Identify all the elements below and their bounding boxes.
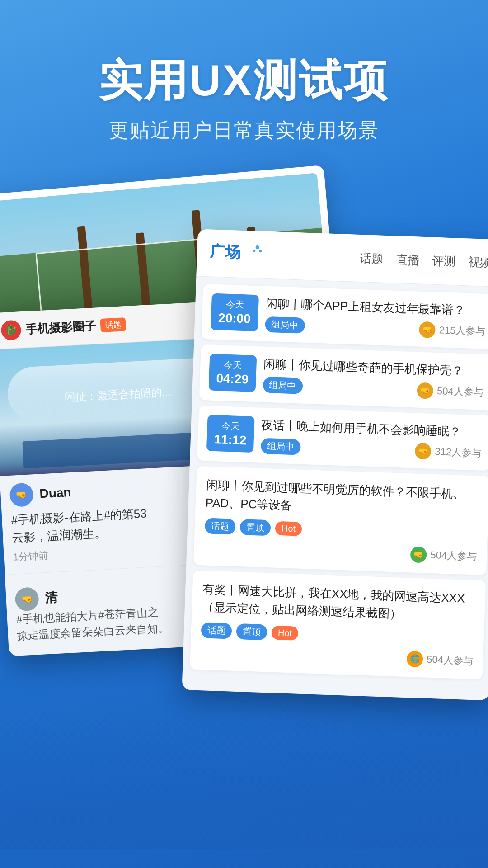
forum-item-content-1: 闲聊丨哪个APP上租女友过年最靠谱？ 组局中 🤜 215人参与 (265, 295, 487, 340)
svg-point-3 (253, 250, 255, 252)
nav-huati[interactable]: 话题 (359, 250, 383, 267)
cards-container: 🐉 手机摄影圈子 话题 闲扯：最适合拍照的... 🤜 Duan #手机摄影-在路… (0, 180, 488, 849)
svg-point-1 (256, 245, 259, 249)
bottom-fade (0, 713, 488, 849)
svg-text:广场: 广场 (209, 243, 240, 261)
participant-icon-plain-1: 🤜 (410, 547, 427, 563)
post1-username: Duan (39, 485, 72, 501)
nav-pingce[interactable]: 评测 (432, 253, 455, 269)
plain-item-title-2: 有奖丨网速大比拼，我在XX地，我的网速高达XXX（显示定位，贴出网络测速结果截图… (202, 581, 475, 626)
forum-item-3[interactable]: 今天 11:12 夜话丨晚上如何用手机不会影响睡眠？ 组局中 🤜 312人参与 (197, 406, 488, 471)
status-badge-2: 组局中 (263, 377, 303, 394)
time-badge-3: 今天 11:12 (206, 415, 254, 453)
tag-zhiding-2[interactable]: 置顶 (236, 623, 267, 640)
participants-2: 🤜 504人参与 (417, 382, 483, 401)
forum-item-title-1: 闲聊丨哪个APP上租女友过年最靠谱？ (265, 295, 486, 319)
plain-item-bottom-1: 🤜 504人参与 (204, 539, 477, 565)
time-clock-1: 20:00 (218, 310, 251, 326)
time-today-3: 今天 (214, 420, 247, 433)
forum-item-title-2: 闲聊丨你见过哪些奇葩的手机保护壳？ (263, 356, 484, 380)
time-badge-1: 今天 20:00 (211, 293, 258, 331)
participants-1: 🤜 215人参与 (419, 321, 486, 340)
channel-name: 手机摄影圈子 (25, 318, 97, 337)
channel-avatar: 🐉 (0, 320, 21, 340)
nav-zhibo[interactable]: 直播 (395, 251, 419, 268)
forum-item-content-3: 夜话丨晚上如何用手机不会影响睡眠？ 组局中 🤜 312人参与 (260, 417, 482, 462)
plain-item-title-1: 闲聊丨你见到过哪些不明觉厉的软件？不限手机、PAD、PC等设备 (205, 476, 479, 521)
main-title: 实用UX测试项 (0, 54, 488, 106)
status-badge-3: 组局中 (260, 438, 300, 455)
forum-plain-item-1[interactable]: 闲聊丨你见到过哪些不明觉厉的软件？不限手机、PAD、PC等设备 话题 置顶 Ho… (193, 466, 488, 575)
plain-participants-2: 504人参与 (427, 653, 474, 668)
tag-hot-1[interactable]: Hot (275, 521, 302, 536)
plain-participants-1: 504人参与 (430, 548, 477, 564)
post2-username: 清 (45, 589, 58, 607)
participant-icon-plain-2: 🌐 (407, 651, 423, 668)
svg-point-2 (259, 250, 262, 252)
participants-count-2: 504人参与 (437, 384, 484, 400)
forum-list: 今天 20:00 闲聊丨哪个APP上租女友过年最靠谱？ 组局中 🤜 215人参与 (182, 277, 488, 687)
time-today-1: 今天 (219, 298, 252, 311)
plain-item-bottom-2: 🌐 504人参与 (200, 644, 474, 670)
channel-tag: 话题 (100, 317, 126, 332)
participants-count-1: 215人参与 (439, 324, 486, 339)
tag-huati-2[interactable]: 话题 (201, 623, 232, 639)
forum-logo-text: 广场 (209, 240, 264, 269)
post2-avatar: 🤜 (14, 587, 39, 612)
tag-zhiding-1[interactable]: 置顶 (239, 519, 271, 536)
status-badge-1: 组局中 (265, 316, 305, 334)
time-badge-2: 今天 04:29 (209, 354, 257, 392)
forum-item-2[interactable]: 今天 04:29 闲聊丨你见过哪些奇葩的手机保护壳？ 组局中 🤜 504人参与 (199, 344, 488, 410)
forum-plain-item-2[interactable]: 有奖丨网速大比拼，我在XX地，我的网速高达XXX（显示定位，贴出网络测速结果截图… (190, 571, 486, 679)
forum-nav: 话题 直播 评测 视频 (359, 250, 488, 271)
participants-count-3: 312人参与 (435, 445, 482, 460)
forum-card: 广场 话题 直播 评测 视频 今天 (182, 229, 488, 701)
time-clock-2: 04:29 (216, 371, 249, 387)
time-today-2: 今天 (216, 359, 249, 372)
forum-item-1[interactable]: 今天 20:00 闲聊丨哪个APP上租女友过年最靠谱？ 组局中 🤜 215人参与 (202, 284, 488, 349)
forum-item-content-2: 闲聊丨你见过哪些奇葩的手机保护壳？ 组局中 🤜 504人参与 (263, 356, 484, 401)
plain-item-tags-2: 话题 置顶 Hot (201, 623, 474, 648)
header-section: 实用UX测试项 更贴近用户日常真实使用场景 (0, 0, 488, 171)
plain-item-tags-1: 话题 置顶 Hot (204, 518, 478, 543)
forum-logo: 广场 (209, 240, 264, 269)
participant-icon-1: 🤜 (419, 321, 436, 338)
nav-shipin[interactable]: 视频 (468, 254, 488, 271)
forum-item-title-3: 夜话丨晚上如何用手机不会影响睡眠？ (261, 417, 482, 441)
participant-icon-3: 🤜 (415, 443, 432, 460)
post1-avatar: 🤜 (9, 483, 34, 508)
tag-hot-2[interactable]: Hot (271, 626, 298, 641)
participants-3: 🤜 312人参与 (415, 443, 482, 462)
tag-huati-1[interactable]: 话题 (204, 518, 235, 535)
sub-title: 更贴近用户日常真实使用场景 (0, 117, 488, 144)
time-clock-3: 11:12 (214, 432, 247, 448)
participant-icon-2: 🤜 (417, 382, 433, 399)
